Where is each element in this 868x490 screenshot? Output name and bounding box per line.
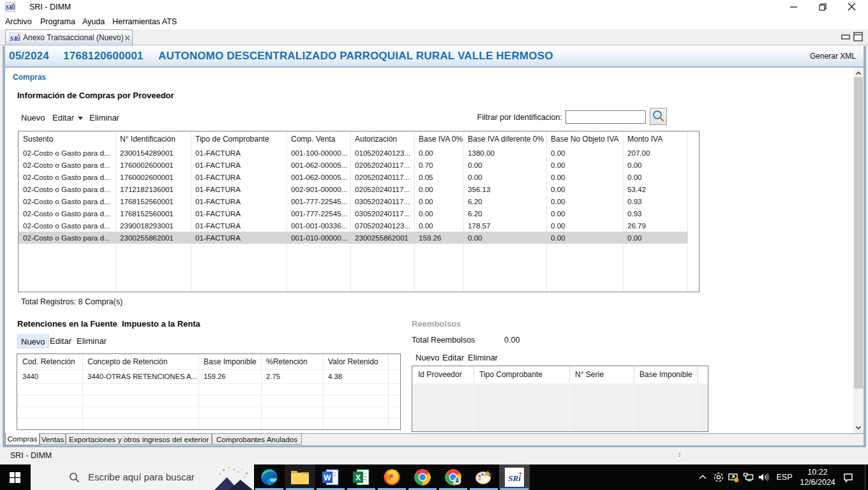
cell: 02-Costo o Gasto para d...	[23, 159, 113, 171]
editor-tab-label: Anexo Transaccional (Nuevo)	[23, 30, 123, 45]
reembolsos-table[interactable]: Id ProveedorTipo ComprobanteN° SerieBase…	[412, 366, 708, 432]
menu-item-archivo[interactable]: Archivo	[1, 14, 36, 29]
retenciones-table[interactable]: Cod. RetenciónConcepto de RetenciónBase …	[17, 353, 401, 430]
table-row[interactable]: 02-Costo o Gasto para d...23900182930010…	[19, 219, 699, 232]
bottom-tab-comprobantes-anulados[interactable]: Comprobantes Anulados	[212, 433, 302, 445]
chrome-icon	[414, 468, 431, 486]
cell: 001-777-22545...	[291, 207, 348, 219]
sri-dimm-icon: SRi	[505, 468, 524, 487]
tray-action-center-icon[interactable]	[842, 471, 854, 483]
column-header-retencio-n[interactable]: %Retención	[266, 354, 308, 369]
table-row[interactable]: 02-Costo o Gasto para d...17600026000010…	[19, 171, 699, 183]
column-header-comp-venta[interactable]: Comp. Venta	[291, 131, 335, 147]
cell: 0.00	[551, 159, 620, 171]
filter-input[interactable]	[565, 110, 646, 124]
taskbar-app-firefox[interactable]	[377, 464, 407, 490]
generar-xml-button[interactable]: Generar XML	[802, 46, 864, 66]
tray-language[interactable]: ESP	[774, 464, 795, 490]
compras-nuevo-button[interactable]: Nuevo	[21, 111, 45, 125]
tray-volume-icon[interactable]	[758, 471, 769, 483]
taskbar-app-word[interactable]: W	[315, 464, 346, 490]
editar-dropdown-icon[interactable]	[78, 117, 83, 120]
bottom-tab-exportaciones-y-otros-ingresos-del-exterior[interactable]: Exportaciones y otros ingresos del exter…	[66, 433, 212, 445]
cell: 0.00	[551, 147, 620, 159]
column-header-valor-retenido[interactable]: Valor Retenido	[328, 354, 378, 369]
retenciones-nuevo-button[interactable]: Nuevo	[17, 334, 49, 348]
cell: 2300255862001	[355, 232, 412, 244]
column-header-n-serie[interactable]: N° Serie	[575, 366, 604, 383]
minimize-button[interactable]	[779, 0, 808, 14]
close-button[interactable]	[837, 0, 865, 14]
firefox-icon	[383, 468, 401, 486]
filter-search-button[interactable]	[650, 108, 667, 125]
vertical-scrollbar[interactable]	[853, 68, 864, 433]
column-header-autorizacio-n[interactable]: Autorización	[355, 131, 397, 147]
view-minimize-icon[interactable]	[841, 34, 850, 40]
column-header-base-iva-diferente-0[interactable]: Base IVA diferente 0%	[468, 131, 544, 147]
compras-table[interactable]: SustentoN° IdentificaciónTipo de Comprob…	[18, 131, 700, 292]
taskbar-app-chrome-profile[interactable]	[438, 464, 468, 490]
reembolsos-eliminar-button[interactable]: Eliminar	[468, 351, 498, 365]
tray-chevron-up-icon[interactable]	[697, 471, 708, 483]
restore-button[interactable]	[808, 0, 837, 14]
column-header-base-iva-0[interactable]: Base IVA 0%	[419, 131, 463, 147]
column-header-cod-retencio-n[interactable]: Cod. Retención	[22, 354, 75, 369]
menu-item-programa[interactable]: Programa	[36, 14, 79, 29]
scroll-up-icon[interactable]	[855, 70, 862, 77]
compras-eliminar-button[interactable]: Eliminar	[89, 111, 119, 125]
bottom-tab-ventas[interactable]: Ventas	[40, 433, 66, 445]
start-button[interactable]	[0, 464, 31, 490]
menu-item-ayuda[interactable]: Ayuda	[79, 14, 108, 29]
column-header-base-imponible[interactable]: Base Imponible	[204, 354, 257, 369]
taskbar-app-excel[interactable]: X	[346, 464, 377, 490]
column-header-monto-iva[interactable]: Monto IVA	[627, 131, 662, 147]
table-row[interactable]: 34403440-OTRAS RETENCIONES A...159.262.7…	[17, 369, 400, 383]
tray-meet-now-icon[interactable]	[713, 471, 724, 483]
taskbar-app-file-explorer[interactable]	[285, 464, 315, 490]
bottom-tab-compras[interactable]: Compras	[5, 433, 40, 445]
retenciones-editar-button[interactable]: Editar	[50, 334, 71, 348]
show-desktop-button[interactable]	[865, 464, 865, 490]
table-row[interactable]: 02-Costo o Gasto para d...23001542890010…	[19, 147, 699, 159]
column-header-id-proveedor[interactable]: Id Proveedor	[418, 366, 462, 383]
column-header-n-identificacio-n[interactable]: N° Identificación	[120, 131, 176, 147]
cell: 02-Costo o Gasto para d...	[23, 147, 113, 159]
column-header-concepto-de-retencio-n[interactable]: Concepto de Retención	[87, 354, 167, 369]
table-row[interactable]: 02-Costo o Gasto para d...17681525600010…	[19, 207, 699, 219]
table-row[interactable]: 02-Costo o Gasto para d...17681525600010…	[19, 195, 699, 207]
scrollbar-thumb[interactable]	[854, 77, 863, 389]
tray-network-icon[interactable]	[743, 471, 754, 483]
status-grip	[679, 456, 680, 457]
column-header-base-no-objeto-iva[interactable]: Base No Objeto IVA	[551, 131, 619, 147]
tray-clock[interactable]: 10:2212/6/2024	[797, 464, 839, 490]
cell: 0.00	[419, 183, 461, 195]
table-row[interactable]: 02-Costo o Gasto para d...23002558620010…	[19, 232, 687, 244]
tab-close-icon[interactable]	[124, 34, 131, 41]
taskbar-app-paint[interactable]	[468, 464, 499, 490]
taskbar-app-chrome[interactable]	[407, 464, 438, 490]
retenciones-eliminar-button[interactable]: Eliminar	[77, 334, 107, 348]
view-maximize-icon[interactable]	[853, 32, 863, 41]
column-header-sustento[interactable]: Sustento	[23, 131, 53, 147]
taskbar-app-sri-dimm[interactable]: SRi	[499, 464, 530, 490]
editor-tab-anexo[interactable]: SRi Anexo Transaccional (Nuevo)	[5, 29, 133, 46]
reembolsos-editar-button[interactable]: Editar	[442, 351, 464, 365]
cell: 3440-OTRAS RETENCIONES A...	[87, 369, 198, 383]
cell: 030520240117...	[355, 195, 412, 207]
reembolsos-nuevo-button[interactable]: Nuevo	[415, 351, 440, 365]
tray-time: 10:22	[797, 467, 839, 477]
column-header-tipo-de-comprobante[interactable]: Tipo de Comprobante	[195, 131, 269, 147]
compras-editar-button[interactable]: Editar	[52, 111, 74, 125]
table-row[interactable]: 02-Costo o Gasto para d...17600026000010…	[19, 159, 699, 171]
table-row[interactable]: 02-Costo o Gasto para d...17121821360010…	[19, 183, 699, 195]
cell: 1760002600001	[120, 159, 188, 171]
filter-label: Filtrar por Identificacion:	[477, 110, 562, 124]
taskbar-search[interactable]: Escribe aquí para buscar	[31, 464, 254, 490]
taskbar-app-edge[interactable]	[254, 464, 285, 490]
column-header-base-imponible[interactable]: Base Imponible	[640, 366, 692, 383]
menu-item-herramientas-ats[interactable]: Herramientas ATS	[108, 14, 181, 29]
cell: 001-062-00005...	[291, 159, 348, 171]
column-header-tipo-comprobante[interactable]: Tipo Comprobante	[479, 366, 542, 383]
tray-display-sync-icon[interactable]	[728, 471, 739, 483]
scroll-down-icon[interactable]	[855, 424, 862, 431]
